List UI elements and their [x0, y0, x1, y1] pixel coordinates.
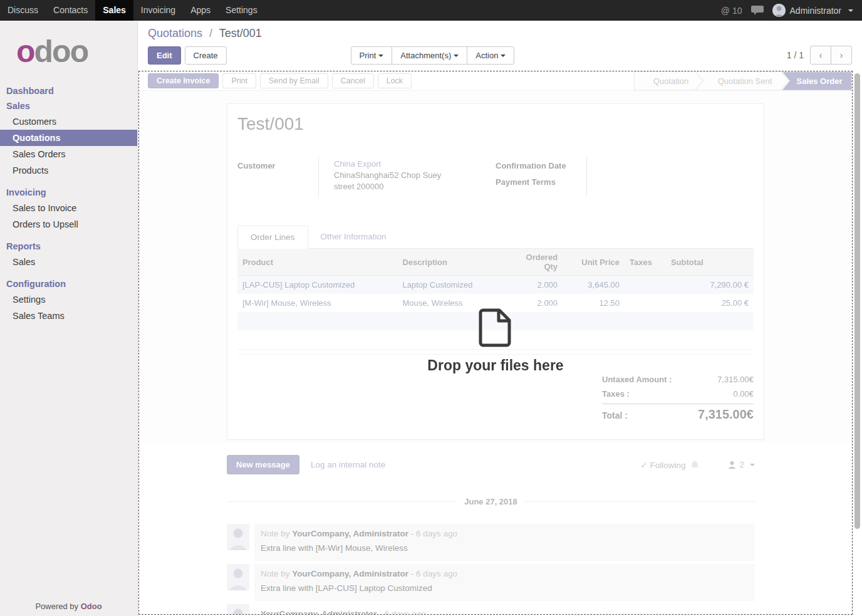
create-button[interactable]: Create [185, 46, 227, 65]
order-line-empty-row[interactable] [237, 312, 754, 330]
cell-taxes[interactable] [625, 294, 666, 312]
topbar-right: @ 10 Administrator [721, 0, 862, 21]
tab-other-information[interactable]: Other Information [308, 226, 399, 248]
new-message-button[interactable]: New message [227, 455, 299, 474]
user-avatar [772, 4, 786, 17]
cell-description[interactable]: Mouse, Wireless [397, 294, 506, 312]
screen: Discuss Contacts Sales Invoicing Apps Se… [0, 0, 862, 616]
state-quotation[interactable]: Quotation [634, 71, 703, 91]
confirmation-date-label: Confirmation Date [496, 158, 586, 174]
cell-unit-price[interactable]: 3,645.00 [563, 276, 625, 295]
total-label: Total : [602, 409, 628, 423]
customer-link[interactable]: China Export [334, 159, 441, 170]
message-body: Extra line with [LAP-CUS] Laptop Customi… [261, 581, 749, 596]
taxes-label: Taxes : [602, 387, 630, 401]
sidebar-item-report-sales[interactable]: Sales [0, 254, 137, 270]
col-header-unit-price[interactable]: Unit Price [563, 249, 625, 276]
message-body: Extra line with [M-Wir] Mouse, Wireless [261, 541, 749, 556]
tab-order-lines[interactable]: Order Lines [237, 226, 308, 249]
cell-qty[interactable]: 2.000 [506, 276, 563, 295]
pager-previous-button[interactable]: ‹ [810, 46, 831, 65]
cell-product[interactable]: [LAP-CUS] Laptop Customized [237, 276, 397, 295]
odoo-logo[interactable]: odoo [16, 36, 137, 67]
chevron-down-icon [454, 55, 459, 57]
state-quotation-sent[interactable]: Quotation Sent [696, 71, 789, 91]
customer-group: Customer China Export ChinaShanghai52 Ch… [237, 157, 496, 197]
topbar-item-contacts[interactable]: Contacts [46, 0, 95, 21]
topbar-item-settings[interactable]: Settings [218, 0, 265, 21]
date-separator: June 27, 2018 [227, 497, 755, 506]
sidebar-section-configuration[interactable]: Configuration [0, 276, 137, 291]
cell-subtotal[interactable]: 25.00 € [666, 294, 754, 312]
message-time: - 6 days ago [411, 569, 457, 578]
cell-product[interactable]: [M-Wir] Mouse, Wireless [237, 294, 397, 312]
payment-terms-label: Payment Terms [496, 174, 586, 191]
sidebar-item-settings[interactable]: Settings [0, 291, 137, 308]
bell-icon[interactable] [690, 460, 699, 469]
col-header-taxes[interactable]: Taxes [625, 249, 666, 276]
print-dropdown-button[interactable]: Print [351, 46, 393, 65]
cancel-button[interactable]: Cancel [332, 73, 374, 88]
sidebar-item-orders-to-upsell[interactable]: Orders to Upsell [0, 216, 137, 232]
sidebar-section-reports[interactable]: Reports [0, 239, 137, 254]
file-dropzone[interactable]: Create Invoice Print Send by Email Cance… [138, 71, 853, 615]
cell-qty[interactable]: 2.000 [506, 294, 563, 312]
cell-unit-price[interactable]: 12.50 [563, 294, 625, 312]
col-header-product[interactable]: Product [237, 249, 397, 276]
topbar-item-sales[interactable]: Sales [95, 0, 133, 21]
sidebar-section-sales[interactable]: Sales [0, 98, 137, 113]
sidebar-item-customers[interactable]: Customers [0, 113, 137, 130]
send-by-email-button[interactable]: Send by Email [260, 73, 328, 88]
followers-dropdown[interactable]: 2 [728, 460, 755, 469]
order-title: Test/001 [237, 114, 754, 134]
following-button[interactable]: ✓ Following [640, 460, 685, 470]
message-author[interactable]: YourCompany, Administrator [292, 529, 408, 538]
chevron-down-icon [378, 55, 383, 57]
message-author[interactable]: YourCompany, Administrator [261, 609, 377, 615]
cell-description[interactable]: Laptop Customized [397, 276, 506, 295]
messages-icon[interactable] [751, 6, 764, 15]
breadcrumb-separator: / [209, 27, 212, 39]
untaxed-amount-value: 7,315.00€ [717, 372, 754, 387]
note-prefix: Note by [261, 569, 290, 578]
sidebar-item-products[interactable]: Products [0, 162, 137, 179]
topbar-item-apps[interactable]: Apps [183, 0, 218, 21]
mention-counter[interactable]: @ 10 [721, 6, 742, 16]
print-button[interactable]: Print [222, 73, 256, 88]
action-dropdown-button[interactable]: Action [467, 46, 514, 65]
message-thread: Note by YourCompany, Administrator - 6 d… [227, 524, 755, 615]
taxes-value: 0.00€ [733, 387, 754, 401]
powered-by-text: Powered by [35, 602, 78, 611]
sidebar-section-invoicing[interactable]: Invoicing [0, 185, 137, 200]
sidebar-item-sales-to-invoice[interactable]: Sales to Invoice [0, 200, 137, 216]
vertical-scrollbar[interactable] [854, 73, 860, 529]
order-line-row[interactable]: [LAP-CUS] Laptop Customized Laptop Custo… [237, 276, 754, 295]
create-invoice-button[interactable]: Create Invoice [148, 73, 219, 88]
user-menu[interactable]: Administrator [772, 4, 853, 17]
powered-by-brand[interactable]: Odoo [81, 602, 102, 611]
sidebar-item-sales-orders[interactable]: Sales Orders [0, 146, 137, 162]
sidebar-item-dashboard[interactable]: Dashboard [0, 83, 137, 98]
order-line-row[interactable]: [M-Wir] Mouse, Wireless Mouse, Wireless … [237, 294, 754, 312]
cell-subtotal[interactable]: 7,290.00 € [666, 276, 754, 295]
sidebar-item-sales-teams[interactable]: Sales Teams [0, 308, 137, 324]
form-view: Test/001 Customer China Export ChinaShan… [139, 91, 852, 444]
message-note: Note by YourCompany, Administrator - 6 d… [227, 524, 755, 561]
cell-taxes[interactable] [625, 276, 666, 295]
lock-button[interactable]: Lock [378, 73, 412, 88]
action-button-group: Print Attachment(s) Action [351, 46, 515, 65]
log-internal-note-button[interactable]: Log an internal note [311, 460, 385, 469]
breadcrumb-quotations[interactable]: Quotations [148, 27, 202, 39]
topbar-item-discuss[interactable]: Discuss [0, 0, 46, 21]
topbar-item-invoicing[interactable]: Invoicing [133, 0, 183, 21]
edit-button[interactable]: Edit [148, 46, 181, 65]
section-separator [237, 349, 754, 355]
col-header-ordered-qty[interactable]: Ordered Qty [506, 249, 563, 276]
sidebar-item-quotations[interactable]: Quotations [0, 130, 137, 146]
message-author[interactable]: YourCompany, Administrator [292, 569, 408, 578]
state-sales-order[interactable]: Sales Order [782, 71, 852, 91]
attachments-dropdown-button[interactable]: Attachment(s) [392, 46, 467, 65]
pager-next-button[interactable]: › [831, 46, 852, 65]
col-header-subtotal[interactable]: Subtotal [666, 249, 754, 276]
col-header-description[interactable]: Description [397, 249, 506, 276]
